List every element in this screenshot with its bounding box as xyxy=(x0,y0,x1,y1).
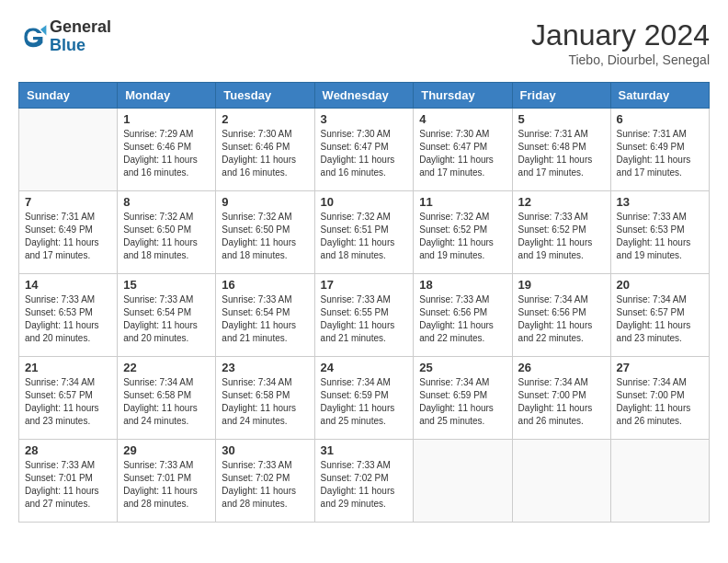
day-detail: Sunrise: 7:34 AMSunset: 7:00 PMDaylight:… xyxy=(518,376,605,428)
day-detail: Sunrise: 7:29 AMSunset: 6:46 PMDaylight:… xyxy=(123,128,210,179)
day-number: 2 xyxy=(222,112,308,126)
calendar-header-row: SundayMondayTuesdayWednesdayThursdayFrid… xyxy=(19,83,710,109)
day-detail: Sunrise: 7:30 AMSunset: 6:46 PMDaylight:… xyxy=(222,128,308,179)
page-header: General Blue January 2024 Tiebo, Diourbe… xyxy=(18,18,710,67)
day-number: 17 xyxy=(321,278,408,292)
logo: General Blue xyxy=(18,18,111,55)
calendar-cell xyxy=(512,440,610,523)
day-detail: Sunrise: 7:34 AMSunset: 7:00 PMDaylight:… xyxy=(617,376,703,428)
day-number: 18 xyxy=(419,278,506,292)
calendar-cell: 15Sunrise: 7:33 AMSunset: 6:54 PMDayligh… xyxy=(118,274,216,357)
calendar-cell: 26Sunrise: 7:34 AMSunset: 7:00 PMDayligh… xyxy=(512,357,610,440)
day-number: 7 xyxy=(25,195,111,209)
calendar-cell: 30Sunrise: 7:33 AMSunset: 7:02 PMDayligh… xyxy=(216,440,314,523)
day-number: 29 xyxy=(123,443,210,457)
day-detail: Sunrise: 7:32 AMSunset: 6:52 PMDaylight:… xyxy=(419,211,506,262)
day-detail: Sunrise: 7:34 AMSunset: 6:59 PMDaylight:… xyxy=(419,376,506,428)
day-detail: Sunrise: 7:32 AMSunset: 6:50 PMDaylight:… xyxy=(222,211,308,262)
col-header-monday: Monday xyxy=(118,83,216,109)
day-number: 23 xyxy=(222,361,308,374)
day-number: 10 xyxy=(321,195,408,209)
day-detail: Sunrise: 7:33 AMSunset: 7:01 PMDaylight:… xyxy=(123,459,210,511)
logo-icon xyxy=(18,22,48,52)
day-detail: Sunrise: 7:33 AMSunset: 6:55 PMDaylight:… xyxy=(321,293,408,345)
day-number: 19 xyxy=(518,278,605,292)
day-number: 24 xyxy=(321,361,408,374)
week-row-2: 7Sunrise: 7:31 AMSunset: 6:49 PMDaylight… xyxy=(19,191,710,274)
day-number: 26 xyxy=(518,361,605,374)
calendar-cell: 29Sunrise: 7:33 AMSunset: 7:01 PMDayligh… xyxy=(118,440,216,523)
logo-text: General Blue xyxy=(50,18,111,55)
day-number: 31 xyxy=(321,443,408,457)
calendar-cell: 25Sunrise: 7:34 AMSunset: 6:59 PMDayligh… xyxy=(414,357,512,440)
calendar-cell xyxy=(414,440,512,523)
calendar-cell: 14Sunrise: 7:33 AMSunset: 6:53 PMDayligh… xyxy=(19,274,118,357)
calendar-cell: 17Sunrise: 7:33 AMSunset: 6:55 PMDayligh… xyxy=(314,274,414,357)
col-header-thursday: Thursday xyxy=(414,83,512,109)
day-detail: Sunrise: 7:32 AMSunset: 6:51 PMDaylight:… xyxy=(321,211,408,262)
calendar-cell: 27Sunrise: 7:34 AMSunset: 7:00 PMDayligh… xyxy=(610,357,709,440)
day-number: 28 xyxy=(25,443,111,457)
day-number: 16 xyxy=(222,278,308,292)
day-number: 27 xyxy=(617,361,703,374)
calendar-cell: 1Sunrise: 7:29 AMSunset: 6:46 PMDaylight… xyxy=(118,109,216,191)
day-number: 1 xyxy=(123,112,210,126)
calendar-cell: 3Sunrise: 7:30 AMSunset: 6:47 PMDaylight… xyxy=(314,109,414,191)
calendar-cell: 7Sunrise: 7:31 AMSunset: 6:49 PMDaylight… xyxy=(19,191,118,274)
calendar-cell: 6Sunrise: 7:31 AMSunset: 6:49 PMDaylight… xyxy=(610,109,709,191)
month-year-title: January 2024 xyxy=(531,18,710,52)
calendar-cell: 11Sunrise: 7:32 AMSunset: 6:52 PMDayligh… xyxy=(414,191,512,274)
day-detail: Sunrise: 7:33 AMSunset: 6:54 PMDaylight:… xyxy=(123,293,210,345)
location-subtitle: Tiebo, Diourbel, Senegal xyxy=(531,52,710,67)
day-detail: Sunrise: 7:33 AMSunset: 6:53 PMDaylight:… xyxy=(25,293,111,345)
day-detail: Sunrise: 7:34 AMSunset: 6:58 PMDaylight:… xyxy=(123,376,210,428)
day-detail: Sunrise: 7:30 AMSunset: 6:47 PMDaylight:… xyxy=(419,128,506,179)
calendar-cell: 2Sunrise: 7:30 AMSunset: 6:46 PMDaylight… xyxy=(216,109,314,191)
day-number: 6 xyxy=(617,112,703,126)
day-detail: Sunrise: 7:34 AMSunset: 6:56 PMDaylight:… xyxy=(518,293,605,345)
col-header-sunday: Sunday xyxy=(19,83,118,109)
calendar-cell: 8Sunrise: 7:32 AMSunset: 6:50 PMDaylight… xyxy=(118,191,216,274)
col-header-saturday: Saturday xyxy=(610,83,709,109)
day-number: 30 xyxy=(222,443,308,457)
day-detail: Sunrise: 7:31 AMSunset: 6:49 PMDaylight:… xyxy=(617,128,703,179)
day-detail: Sunrise: 7:32 AMSunset: 6:50 PMDaylight:… xyxy=(123,211,210,262)
calendar-cell: 10Sunrise: 7:32 AMSunset: 6:51 PMDayligh… xyxy=(314,191,414,274)
week-row-1: 1Sunrise: 7:29 AMSunset: 6:46 PMDaylight… xyxy=(19,109,710,191)
col-header-tuesday: Tuesday xyxy=(216,83,314,109)
day-detail: Sunrise: 7:33 AMSunset: 7:01 PMDaylight:… xyxy=(25,459,111,511)
day-detail: Sunrise: 7:31 AMSunset: 6:48 PMDaylight:… xyxy=(518,128,605,179)
calendar-cell: 24Sunrise: 7:34 AMSunset: 6:59 PMDayligh… xyxy=(314,357,414,440)
calendar-cell: 16Sunrise: 7:33 AMSunset: 6:54 PMDayligh… xyxy=(216,274,314,357)
week-row-3: 14Sunrise: 7:33 AMSunset: 6:53 PMDayligh… xyxy=(19,274,710,357)
calendar-cell: 5Sunrise: 7:31 AMSunset: 6:48 PMDaylight… xyxy=(512,109,610,191)
day-detail: Sunrise: 7:33 AMSunset: 7:02 PMDaylight:… xyxy=(222,459,308,511)
day-number: 21 xyxy=(25,361,111,374)
calendar-cell: 4Sunrise: 7:30 AMSunset: 6:47 PMDaylight… xyxy=(414,109,512,191)
day-number: 25 xyxy=(419,361,506,374)
calendar-cell: 18Sunrise: 7:33 AMSunset: 6:56 PMDayligh… xyxy=(414,274,512,357)
calendar-cell: 9Sunrise: 7:32 AMSunset: 6:50 PMDaylight… xyxy=(216,191,314,274)
day-detail: Sunrise: 7:31 AMSunset: 6:49 PMDaylight:… xyxy=(25,211,111,262)
calendar-cell xyxy=(610,440,709,523)
calendar-cell: 22Sunrise: 7:34 AMSunset: 6:58 PMDayligh… xyxy=(118,357,216,440)
day-number: 15 xyxy=(123,278,210,292)
calendar-cell: 31Sunrise: 7:33 AMSunset: 7:02 PMDayligh… xyxy=(314,440,414,523)
logo-blue-text: Blue xyxy=(50,37,111,55)
day-detail: Sunrise: 7:33 AMSunset: 6:52 PMDaylight:… xyxy=(518,211,605,262)
day-number: 22 xyxy=(123,361,210,374)
calendar-cell: 23Sunrise: 7:34 AMSunset: 6:58 PMDayligh… xyxy=(216,357,314,440)
day-detail: Sunrise: 7:34 AMSunset: 6:58 PMDaylight:… xyxy=(222,376,308,428)
day-detail: Sunrise: 7:34 AMSunset: 6:59 PMDaylight:… xyxy=(321,376,408,428)
calendar-cell: 20Sunrise: 7:34 AMSunset: 6:57 PMDayligh… xyxy=(610,274,709,357)
day-number: 3 xyxy=(321,112,408,126)
calendar-cell: 21Sunrise: 7:34 AMSunset: 6:57 PMDayligh… xyxy=(19,357,118,440)
week-row-5: 28Sunrise: 7:33 AMSunset: 7:01 PMDayligh… xyxy=(19,440,710,523)
day-detail: Sunrise: 7:34 AMSunset: 6:57 PMDaylight:… xyxy=(25,376,111,428)
logo-general-text: General xyxy=(50,18,111,37)
day-detail: Sunrise: 7:34 AMSunset: 6:57 PMDaylight:… xyxy=(617,293,703,345)
day-number: 4 xyxy=(419,112,506,126)
day-detail: Sunrise: 7:33 AMSunset: 6:56 PMDaylight:… xyxy=(419,293,506,345)
calendar-cell: 19Sunrise: 7:34 AMSunset: 6:56 PMDayligh… xyxy=(512,274,610,357)
day-number: 14 xyxy=(25,278,111,292)
